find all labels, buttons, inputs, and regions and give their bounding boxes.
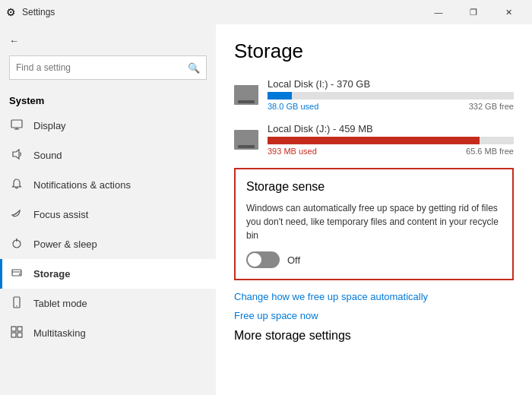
svg-rect-12 bbox=[17, 327, 22, 331]
search-box[interactable]: 🔍 bbox=[9, 55, 207, 80]
svg-point-10 bbox=[16, 305, 17, 307]
disk-details-1: Local Disk (I:) - 370 GB 38.0 GB used 33… bbox=[268, 78, 514, 111]
disk-bar-container-1 bbox=[268, 92, 514, 100]
power-label: Power & sleep bbox=[33, 239, 97, 250]
storage-sense-toggle[interactable] bbox=[246, 251, 280, 268]
notifications-icon bbox=[9, 178, 24, 192]
sidebar: ← 🔍 System Display Sound bbox=[0, 24, 216, 395]
display-icon bbox=[9, 118, 24, 133]
power-icon bbox=[9, 237, 24, 251]
focus-icon bbox=[9, 207, 24, 222]
notifications-label: Notifications & actions bbox=[33, 179, 131, 191]
page-title: Storage bbox=[234, 40, 514, 63]
more-storage-title: More storage settings bbox=[234, 329, 514, 343]
tablet-label: Tablet mode bbox=[33, 298, 87, 309]
back-button[interactable]: ← bbox=[9, 32, 207, 49]
disk-bar-fill-1 bbox=[268, 92, 292, 100]
toggle-label: Off bbox=[287, 254, 300, 266]
sidebar-item-focus[interactable]: Focus assist bbox=[0, 200, 216, 229]
titlebar: ⚙ Settings — ❐ ✕ bbox=[0, 0, 532, 24]
sidebar-item-power[interactable]: Power & sleep bbox=[0, 229, 216, 259]
svg-marker-3 bbox=[13, 150, 19, 159]
svg-rect-11 bbox=[11, 327, 16, 331]
multitasking-icon bbox=[9, 326, 24, 340]
sound-label: Sound bbox=[33, 150, 62, 161]
storage-sense-desc: Windows can automatically free up space … bbox=[246, 201, 502, 242]
disk-used-1: 38.0 GB used bbox=[268, 102, 318, 111]
back-icon: ← bbox=[9, 35, 19, 46]
disk-icon-1 bbox=[234, 85, 258, 105]
svg-rect-0 bbox=[11, 120, 22, 128]
disk-info-2: 393 MB used 65.6 MB free bbox=[268, 147, 514, 156]
disk-used-2: 393 MB used bbox=[268, 147, 317, 156]
disk-label-1: Local Disk (I:) - 370 GB bbox=[268, 78, 514, 90]
main-content: Storage Local Disk (I:) - 370 GB 38.0 GB… bbox=[216, 24, 532, 395]
sidebar-item-sound[interactable]: Sound bbox=[0, 141, 216, 170]
storage-icon bbox=[9, 267, 24, 281]
multitasking-label: Multitasking bbox=[33, 327, 86, 339]
sidebar-item-display[interactable]: Display bbox=[0, 111, 216, 141]
search-input[interactable] bbox=[16, 62, 183, 73]
disk-free-2: 65.6 MB free bbox=[466, 147, 514, 156]
disk-item-1: Local Disk (I:) - 370 GB 38.0 GB used 33… bbox=[234, 78, 514, 111]
titlebar-left: ⚙ Settings bbox=[6, 6, 55, 18]
settings-icon: ⚙ bbox=[6, 6, 16, 18]
disk-icon-2 bbox=[234, 130, 258, 150]
sidebar-nav: Display Sound Notifications & actions Fo… bbox=[0, 111, 216, 348]
change-auto-link[interactable]: Change how we free up space automaticall… bbox=[234, 291, 514, 302]
sidebar-item-storage[interactable]: Storage bbox=[0, 259, 216, 289]
svg-rect-14 bbox=[17, 333, 22, 337]
storage-label: Storage bbox=[33, 268, 70, 280]
disk-bar-container-2 bbox=[268, 137, 514, 144]
toggle-row: Off bbox=[246, 251, 502, 268]
free-up-space-link[interactable]: Free up space now bbox=[234, 310, 514, 321]
sound-icon bbox=[9, 148, 24, 163]
close-button[interactable]: ✕ bbox=[491, 0, 526, 24]
disk-details-2: Local Disk (J:) - 459 MB 393 MB used 65.… bbox=[268, 123, 514, 156]
sidebar-section-label: System bbox=[0, 86, 216, 111]
sidebar-item-notifications[interactable]: Notifications & actions bbox=[0, 170, 216, 200]
storage-sense-title: Storage sense bbox=[246, 180, 502, 194]
display-label: Display bbox=[33, 120, 66, 131]
search-icon: 🔍 bbox=[188, 62, 200, 74]
svg-point-8 bbox=[19, 273, 21, 275]
disk-info-1: 38.0 GB used 332 GB free bbox=[268, 102, 514, 111]
disk-bar-fill-2 bbox=[268, 137, 480, 144]
svg-rect-13 bbox=[11, 333, 16, 337]
sidebar-item-multitasking[interactable]: Multitasking bbox=[0, 318, 216, 348]
focus-label: Focus assist bbox=[33, 209, 88, 220]
tablet-icon bbox=[9, 296, 24, 311]
app-container: ← 🔍 System Display Sound bbox=[0, 24, 532, 395]
minimize-button[interactable]: — bbox=[421, 0, 456, 24]
storage-sense-box: Storage sense Windows can automatically … bbox=[234, 168, 514, 280]
restore-button[interactable]: ❐ bbox=[456, 0, 491, 24]
sidebar-top: ← 🔍 bbox=[0, 24, 216, 86]
titlebar-controls: — ❐ ✕ bbox=[421, 0, 526, 24]
disk-free-1: 332 GB free bbox=[469, 102, 514, 111]
disk-label-2: Local Disk (J:) - 459 MB bbox=[268, 123, 514, 134]
disk-item-2: Local Disk (J:) - 459 MB 393 MB used 65.… bbox=[234, 123, 514, 156]
sidebar-item-tablet[interactable]: Tablet mode bbox=[0, 289, 216, 318]
titlebar-title: Settings bbox=[22, 7, 55, 17]
